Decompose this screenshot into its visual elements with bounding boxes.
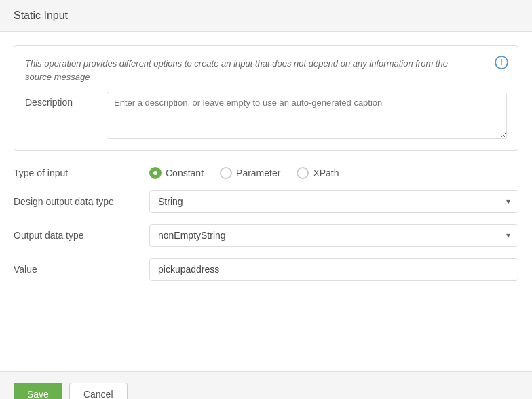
page-title: Static Input <box>14 10 68 21</box>
info-box: This operation provides different option… <box>14 45 518 151</box>
radio-circle-parameter[interactable] <box>220 167 232 179</box>
info-icon[interactable]: i <box>495 56 508 69</box>
radio-group: Constant Parameter XPath <box>149 167 518 179</box>
value-input[interactable] <box>149 258 518 281</box>
radio-label-constant: Constant <box>166 168 204 178</box>
output-data-type-wrapper: nonEmptyString string int boolean ▾ <box>149 224 518 247</box>
type-of-input-label: Type of input <box>14 168 149 178</box>
design-output-data-type-label: Design output data type <box>14 196 149 207</box>
value-label: Value <box>14 264 149 275</box>
save-button[interactable]: Save <box>14 383 62 399</box>
radio-constant[interactable]: Constant <box>149 167 204 179</box>
page-footer: Save Cancel <box>0 371 532 399</box>
radio-label-xpath: XPath <box>313 168 339 178</box>
output-data-type-row: Output data type nonEmptyString string i… <box>14 224 518 247</box>
design-output-data-type-row: Design output data type String Integer B… <box>14 190 518 213</box>
output-data-type-select[interactable]: nonEmptyString string int boolean <box>149 224 518 247</box>
description-label: Description <box>25 92 107 108</box>
value-row: Value <box>14 258 518 281</box>
cancel-button[interactable]: Cancel <box>69 383 128 399</box>
radio-circle-constant[interactable] <box>149 167 162 179</box>
type-of-input-row: Type of input Constant Parameter XPath <box>14 167 518 179</box>
radio-circle-xpath[interactable] <box>297 167 309 179</box>
radio-xpath[interactable]: XPath <box>297 167 339 179</box>
output-data-type-label: Output data type <box>14 230 149 241</box>
design-output-data-type-select[interactable]: String Integer Boolean Date <box>149 190 518 213</box>
radio-label-parameter: Parameter <box>236 168 280 178</box>
value-input-wrapper <box>149 258 518 281</box>
description-textarea[interactable] <box>107 92 507 139</box>
info-text: This operation provides different option… <box>25 57 459 83</box>
radio-parameter[interactable]: Parameter <box>220 167 280 179</box>
design-output-data-type-wrapper: String Integer Boolean Date ▾ <box>149 190 518 213</box>
description-row: Description <box>25 92 507 139</box>
